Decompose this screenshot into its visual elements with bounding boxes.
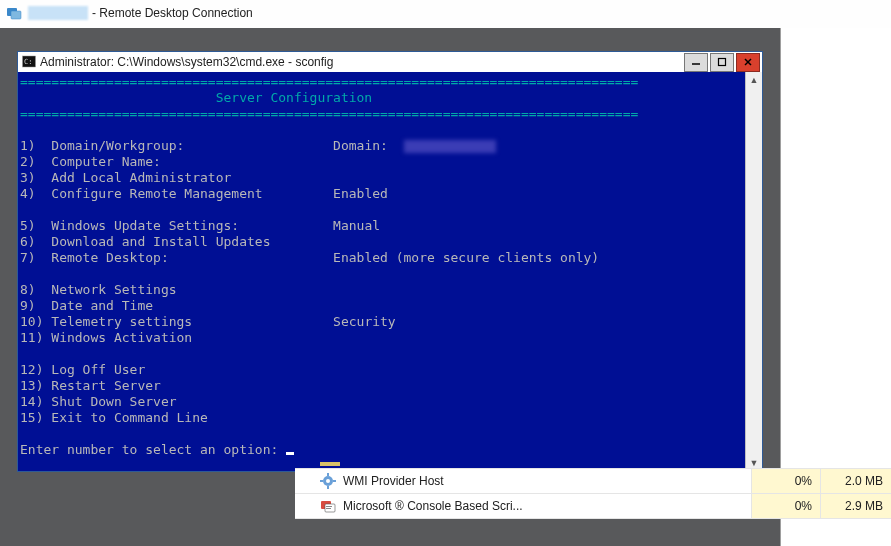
cmd-icon: C: — [22, 55, 36, 69]
cmd-scrollbar[interactable]: ▲ ▼ — [745, 72, 762, 471]
cmd-titlebar[interactable]: C: Administrator: C:\Windows\system32\cm… — [18, 52, 762, 72]
rdc-titlebar: - Remote Desktop Connection — [0, 0, 891, 29]
gear-icon — [319, 473, 337, 489]
partial-row-fragment — [320, 462, 340, 466]
process-mem: 2.0 MB — [820, 469, 891, 493]
cmd-title-text: Administrator: C:\Windows\system32\cmd.e… — [40, 55, 684, 69]
svg-rect-17 — [326, 508, 331, 509]
svg-text:C:: C: — [24, 58, 32, 66]
process-cpu: 0% — [751, 494, 820, 518]
scroll-up-icon[interactable]: ▲ — [746, 72, 762, 88]
svg-rect-5 — [719, 59, 726, 66]
process-name: Microsoft ® Console Based Scri... — [341, 499, 751, 513]
svg-rect-1 — [11, 11, 21, 19]
process-list: WMI Provider Host 0% 2.0 MB Microsoft ® … — [295, 468, 891, 519]
mmc-icon — [319, 498, 337, 514]
maximize-button[interactable] — [710, 53, 734, 72]
rdc-icon — [6, 5, 22, 21]
svg-rect-16 — [326, 506, 332, 507]
process-mem: 2.9 MB — [820, 494, 891, 518]
svg-point-9 — [326, 479, 330, 483]
minimize-button[interactable] — [684, 53, 708, 72]
cmd-body[interactable]: ========================================… — [18, 72, 745, 471]
process-cpu: 0% — [751, 469, 820, 493]
close-button[interactable] — [736, 53, 760, 72]
process-row[interactable]: WMI Provider Host 0% 2.0 MB — [295, 468, 891, 494]
process-name: WMI Provider Host — [341, 474, 751, 488]
rdc-hostname-blurred — [28, 6, 88, 20]
process-row[interactable]: Microsoft ® Console Based Scri... 0% 2.9… — [295, 494, 891, 519]
rdc-title-suffix: - Remote Desktop Connection — [92, 6, 253, 20]
cmd-window: C: Administrator: C:\Windows\system32\cm… — [17, 51, 763, 472]
